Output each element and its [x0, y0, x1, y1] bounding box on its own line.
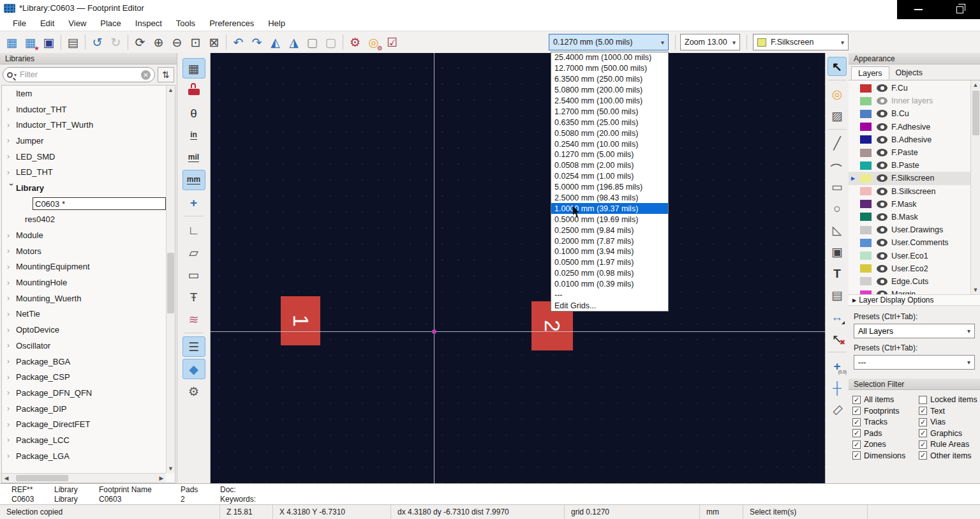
tree-item-mountingequipment[interactable]: ›MountingEquipment [2, 259, 166, 275]
add-textbox-tool[interactable]: ▤ [828, 285, 847, 305]
tree-item-package-directfet[interactable]: ›Package_DirectFET [2, 416, 166, 432]
minimize-icon[interactable] [914, 9, 923, 10]
filter-tracks[interactable]: ✓Tracks [852, 417, 919, 426]
tab-objects[interactable]: Objects [889, 66, 929, 80]
chevron-right-icon[interactable]: › [7, 168, 16, 177]
restore-icon[interactable] [956, 6, 963, 13]
draw-polygon-tool[interactable]: ◺ [828, 220, 847, 239]
scrollbar-thumb[interactable] [16, 475, 68, 481]
visibility-eye-icon[interactable] [877, 226, 887, 234]
refresh-button[interactable]: ⟳ [131, 33, 149, 52]
layer-row-f-mask[interactable]: F.Mask [849, 198, 970, 211]
layer-row-user-comments[interactable]: User.Comments [849, 236, 970, 249]
visibility-eye-icon[interactable] [877, 123, 887, 131]
outline-display-mode-button[interactable]: ▱ [182, 242, 205, 262]
tree-item-mountinghole[interactable]: ›MountingHole [2, 275, 166, 290]
layer-color-swatch[interactable] [860, 162, 872, 170]
grid-option[interactable]: 25.4000 mm (1000.00 mils) [551, 52, 668, 63]
grid-option[interactable]: 0.2540 mm (10.00 mils) [551, 139, 668, 149]
visibility-eye-icon[interactable] [877, 149, 887, 156]
chevron-right-icon[interactable]: › [7, 357, 16, 366]
checkbox-checked-icon[interactable]: ✓ [919, 407, 927, 415]
scrollbar-thumb[interactable] [167, 253, 174, 313]
visibility-eye-icon[interactable] [877, 84, 887, 92]
zoom-fit-button[interactable]: ⊡ [186, 33, 205, 52]
select-tool[interactable]: ↖ [828, 57, 847, 76]
layer-row-b-paste[interactable]: B.Paste [849, 159, 970, 172]
grid-option[interactable]: 2.5400 mm (100.00 mils) [551, 96, 668, 107]
layer-color-swatch[interactable] [860, 84, 872, 93]
tree-item-edit[interactable]: C0603 * [2, 196, 166, 212]
checkbox-checked-icon[interactable]: ✓ [919, 429, 927, 437]
layer-row-edge-cuts[interactable]: Edge.Cuts [849, 275, 970, 288]
scroll-left-icon[interactable]: ◀ [2, 474, 11, 483]
layer-color-swatch[interactable] [860, 187, 872, 195]
menu-place[interactable]: Place [94, 17, 128, 29]
visibility-eye-icon[interactable] [877, 290, 887, 294]
draw-arc-tool[interactable]: ( [828, 155, 847, 174]
mirror-horizontal-button[interactable]: ◭ [266, 33, 285, 52]
tree-item-package-dfn-qfn[interactable]: ›Package_DFN_QFN [2, 385, 166, 401]
save-button[interactable]: ▣ [40, 33, 58, 52]
chevron-right-icon[interactable]: › [7, 420, 16, 429]
tree-item-package-bga[interactable]: ›Package_BGA [2, 354, 166, 370]
tree-horizontal-scrollbar[interactable]: ◀ ▶ [2, 473, 166, 483]
draw-line-tool[interactable]: ╱ [828, 133, 847, 153]
visibility-eye-icon[interactable] [877, 239, 887, 246]
tree-item-inductor-tht-wurth[interactable]: ›Inductor_THT_Wurth [2, 117, 166, 133]
tree-item-oscillator[interactable]: ›Oscillator [2, 338, 166, 354]
layer-color-swatch[interactable] [860, 239, 872, 247]
layer-color-swatch[interactable] [860, 277, 872, 285]
redo-button[interactable]: ↻ [107, 33, 125, 52]
layer-display-options[interactable]: ▶ Layer Display Options [849, 294, 980, 306]
grid-option[interactable]: 0.0500 mm (1.97 mils) [551, 257, 668, 268]
grid-option[interactable]: 6.3500 mm (250.00 mils) [551, 74, 668, 85]
mirror-vertical-button[interactable]: ◮ [285, 33, 303, 52]
tree-item-nettie[interactable]: ›NetTie [2, 306, 166, 322]
scrollbar-thumb[interactable] [972, 91, 979, 135]
grid-option[interactable]: 0.6350 mm (25.00 mils) [551, 117, 668, 128]
checkbox-checked-icon[interactable]: ✓ [852, 418, 861, 426]
rotate-cw-button[interactable]: ↷ [248, 33, 266, 52]
visibility-eye-icon[interactable] [877, 174, 887, 182]
grid-option[interactable]: 0.5080 mm (20.00 mils) [551, 128, 668, 139]
chevron-right-icon[interactable]: › [7, 373, 16, 382]
checkbox-checked-icon[interactable]: ✓ [852, 429, 861, 437]
viewport-presets-select[interactable]: --- ▾ [854, 355, 975, 370]
chevron-right-icon[interactable]: › [7, 294, 16, 303]
preferences-tools-button[interactable]: ⚙ [182, 381, 205, 402]
grid-option[interactable]: 0.5000 mm (19.69 mils) [551, 214, 668, 225]
layer-color-swatch[interactable] [860, 135, 872, 144]
grid-option[interactable]: 5.0000 mm (196.85 mils) [551, 182, 668, 193]
layer-row-b-adhesive[interactable]: B.Adhesive [849, 133, 970, 146]
layer-presets-select[interactable]: All Layers ▾ [854, 324, 975, 338]
layer-row-f-adhesive[interactable]: F.Adhesive [849, 121, 970, 133]
grid-option[interactable]: 0.1270 mm (5.00 mils) [551, 149, 668, 160]
filter-input[interactable]: ▾ Filter ✕ [3, 67, 155, 82]
menu-preferences[interactable]: Preferences [203, 17, 260, 29]
layer-row-inner-layers[interactable]: Inner layers [849, 94, 970, 107]
tree-item-package-lcc[interactable]: ›Package_LCC [2, 432, 166, 448]
filter-locked-items[interactable]: Locked items [919, 395, 977, 404]
checkbox-checked-icon[interactable]: ✓ [852, 407, 861, 415]
grid-option[interactable]: 0.1000 mm (3.94 mils) [551, 246, 668, 257]
scroll-up-icon[interactable]: ▲ [971, 80, 980, 89]
tree-item-module[interactable]: ›Module [2, 227, 166, 243]
grid-option[interactable]: 0.2000 mm (7.87 mils) [551, 236, 668, 246]
tree-item-package-csp[interactable]: ›Package_CSP [2, 369, 166, 385]
grid-option[interactable]: 5.0800 mm (200.00 mils) [551, 85, 668, 96]
footprint-properties-button[interactable]: ⚙ [346, 33, 364, 52]
set-anchor-tool[interactable]: +(0,0) [828, 356, 847, 375]
chevron-down-icon[interactable]: › [7, 183, 16, 192]
filter-zones[interactable]: ✓Zones [852, 440, 919, 449]
chevron-right-icon[interactable]: › [7, 404, 16, 413]
filter-graphics[interactable]: ✓Graphics [919, 429, 977, 438]
toggle-grid-button[interactable]: ▦ [182, 58, 205, 79]
print-button[interactable]: ▤ [64, 33, 82, 52]
layer-color-swatch[interactable] [860, 110, 872, 118]
chevron-right-icon[interactable]: › [7, 388, 16, 397]
layer-color-swatch[interactable] [860, 264, 872, 273]
locked-items-button[interactable] [182, 80, 205, 101]
chevron-right-icon[interactable]: › [7, 451, 16, 460]
new-footprint-wizard-button[interactable]: ▦★ [21, 33, 40, 52]
